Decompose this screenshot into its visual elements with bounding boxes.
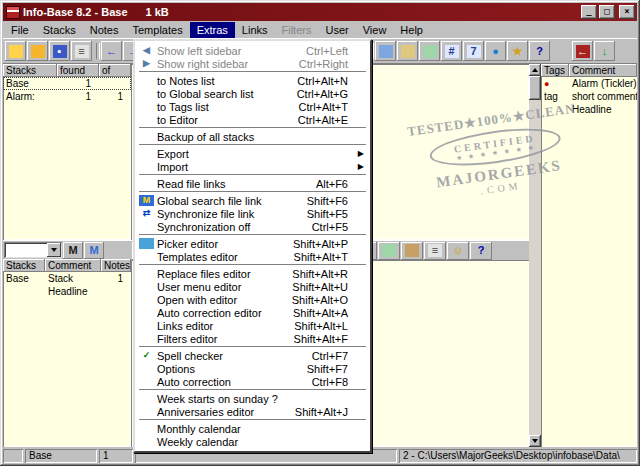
notes-book-button[interactable] [401,242,423,260]
title-bar[interactable]: Info-Base 8.2 - Base 1 kB _ □ × [3,3,637,21]
cell: short comment [569,90,637,103]
extras-menu-item-to-notes-list[interactable]: to Notes listCtrl+Alt+N [137,74,368,87]
extras-menu-item-templates-editor[interactable]: Templates editorShift+Alt+T [137,250,368,263]
list-row[interactable]: Headline [541,103,637,116]
list-row[interactable]: tagshort comment [541,90,637,103]
menu-separator [139,71,366,73]
find-stack-next-button[interactable]: M [84,242,104,259]
alarms-button[interactable]: ● [485,41,506,61]
print-note-button[interactable]: ≡ [424,242,446,260]
tags-panel: TagsComment●Alarm (Tickler)tagshort comm… [541,64,637,447]
menu-item-label: Read file links [154,178,225,190]
open-base-button[interactable] [27,41,48,61]
stack-search-combo[interactable] [4,242,62,258]
extras-menu-item-weekly-calendar[interactable]: Weekly calendar [137,435,368,448]
extras-menu-item-backup-of-all-stacks[interactable]: Backup of all stacks [137,130,368,143]
menu-view[interactable]: View [356,22,394,38]
scroll-down-button[interactable] [529,435,541,447]
weekly-calendar-button[interactable]: 7 [463,41,484,61]
status-cell-empty [3,449,23,463]
menu-file[interactable]: File [4,22,36,38]
column-header-of[interactable]: of [99,64,131,77]
smiley-button[interactable]: ☺ [447,242,469,260]
scroll-up-button[interactable] [529,64,541,76]
column-header-stacks[interactable]: Stacks [3,64,57,77]
menu-filters[interactable]: Filters [275,22,319,38]
extras-menu-item-global-search-file-link[interactable]: MGlobal search file linkShift+F6 [137,194,368,207]
extras-menu-item-links-editor[interactable]: Links editorShift+Alt+L [137,319,368,332]
menu-user[interactable]: User [318,22,355,38]
extras-menu-item-user-menu-editor[interactable]: User menu editorShift+Alt+U [137,280,368,293]
extras-menu-item-replace-files-editor[interactable]: Replace files editorShift+Alt+R [137,267,368,280]
extras-menu-item-picker-editor[interactable]: Picker editorShift+Alt+P [137,237,368,250]
menu-notes[interactable]: Notes [83,22,126,38]
column-header-tags[interactable]: Tags [541,64,569,77]
menu-links[interactable]: Links [235,22,275,38]
cell: Base [3,272,45,285]
menu-item-label: to Editor [154,114,198,126]
list-row[interactable]: Base1 [3,77,131,90]
extras-menu-item-synchronization-off[interactable]: Synchronization offCtrl+F5 [137,220,368,233]
menu-item-label: Picker editor [154,238,218,250]
combo-dropdown-button[interactable] [47,243,61,257]
save-base-button[interactable]: ▪ [49,41,70,61]
menu-stacks[interactable]: Stacks [36,22,83,38]
list-row[interactable]: Headline [3,285,131,298]
extras-menu-item-to-global-search-list[interactable]: to Global search listCtrl+Alt+G [137,87,368,100]
extras-menu-item-import[interactable]: Import▶ [137,160,368,173]
vertical-scrollbar[interactable] [529,64,541,447]
extras-menu-item-to-tags-list[interactable]: to Tags listCtrl+Alt+T [137,100,368,113]
anniversaries-button[interactable]: ★ [507,41,528,61]
list-row[interactable]: ●Alarm (Tickler) [541,77,637,90]
column-header-comment[interactable]: Comment [569,64,637,77]
note-help-button[interactable]: ? [470,242,492,260]
insert-picture-button[interactable] [378,242,400,260]
list-row[interactable]: Alarm:11 [3,90,131,103]
close-button[interactable]: × [619,5,635,19]
maximize-button[interactable]: □ [599,5,615,19]
scroll-thumb[interactable] [529,76,541,100]
menu-separator [139,191,366,193]
find-stack-button[interactable]: M [63,242,83,259]
column-header-notes[interactable]: Notes [101,259,131,272]
extras-menu-item-show-left-sidebar[interactable]: ◀Show left sidebarCtrl+Left [137,44,368,57]
column-header-comment[interactable]: Comment [45,259,101,272]
monthly-calendar-button[interactable]: # [441,41,462,61]
menu-extras[interactable]: Extras [190,22,235,38]
editor-button[interactable] [419,41,440,61]
extras-menu-item-monthly-calendar[interactable]: Monthly calendar [137,422,368,435]
extras-menu-item-week-starts-on-sunday[interactable]: Week starts on sunday ? [137,392,368,405]
extras-menu-item-auto-correction[interactable]: Auto correctionCtrl+F8 [137,375,368,388]
extras-menu-item-options[interactable]: OptionsShift+F7 [137,362,368,375]
print-button[interactable]: ≡ [71,41,92,61]
back-button[interactable]: ← [101,41,122,61]
column-header-found[interactable]: found [57,64,99,77]
exit-button[interactable]: ← [572,41,593,61]
new-base-button[interactable] [5,41,26,61]
menu-help[interactable]: Help [393,22,430,38]
menu-templates[interactable]: Templates [126,22,190,38]
menu-item-label: Backup of all stacks [154,131,254,143]
extras-menu-item-open-with-editor[interactable]: Open with editorShift+Alt+O [137,293,368,306]
extras-menu-item-export[interactable]: Export▶ [137,147,368,160]
help-button[interactable]: ? [529,41,550,61]
menu-item-label: Replace files editor [154,268,251,280]
extras-menu-item-to-editor[interactable]: to EditorCtrl+Alt+E [137,113,368,126]
extras-menu-item-filters-editor[interactable]: Filters editorShift+Alt+F [137,332,368,345]
list-row[interactable]: BaseStack1 [3,272,131,285]
extras-menu-item-spell-checker[interactable]: ✓Spell checkerCtrl+F7 [137,349,368,362]
cell-icon-holder: ● [541,77,569,90]
menu-item-label: Monthly calendar [154,423,241,435]
tags-list-button[interactable] [397,41,418,61]
extras-menu-item-synchronize-file-link[interactable]: ⇄Synchronize file linkShift+F5 [137,207,368,220]
get-data-button[interactable]: ↓ [594,41,615,61]
extras-menu-item-show-right-sidebar[interactable]: ▶Show right sidebarCtrl+Right [137,57,368,70]
menu-item-label: Templates editor [154,251,238,263]
minimize-button[interactable]: _ [581,5,597,19]
extras-menu-item-anniversaries-editor[interactable]: Anniversaries editorShift+Alt+J [137,405,368,418]
notes-list-button[interactable] [375,41,396,61]
column-header-stacks[interactable]: Stacks [3,259,45,272]
note-help-icon: ? [474,244,488,257]
extras-menu-item-auto-correction-editor[interactable]: Auto correction editorShift+Alt+A [137,306,368,319]
extras-menu-item-read-file-links[interactable]: Read file linksAlt+F6 [137,177,368,190]
